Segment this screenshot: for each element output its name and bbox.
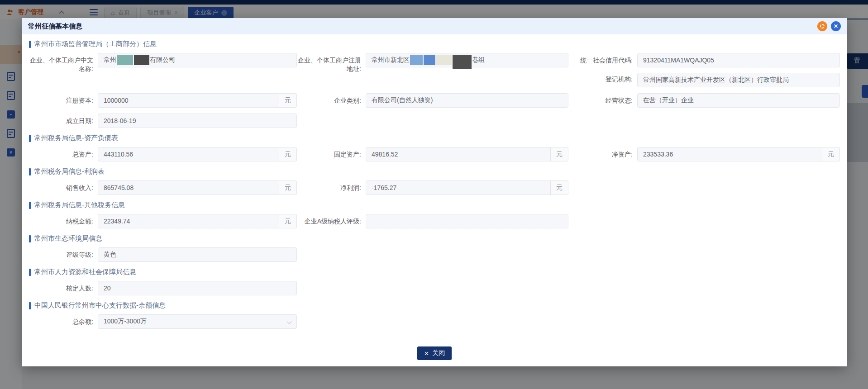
unit-suffix: 元 [279, 93, 297, 108]
form-row: 企业、个体工商户中文名称: 常州 有限公司 企业、个体工商户注册地址: 常州市新… [29, 53, 840, 87]
field-label: 核定人数: [29, 281, 98, 293]
unit-suffix: 元 [822, 147, 840, 161]
section-title: 常州市生态环境局信息 [34, 234, 102, 243]
field-label: 成立日期: [29, 114, 98, 125]
section-pboc-balance-info: 中国人民银行常州市中心支行数据-余额信息 总余额: 1000万-3000万 [29, 301, 840, 329]
section-title: 常州市市场监督管理局（工商部分）信息 [34, 40, 157, 48]
credit-info-dialog: 常州征信基本信息 ✕ 常州市市场监督管理局（工商部分）信息 企业、个体工商户中文… [22, 18, 847, 366]
tax-amount-input[interactable]: 22349.74元 [98, 214, 297, 228]
form-row: 核定人数: 20 [29, 281, 840, 295]
field-label: 评级等级: [29, 247, 98, 259]
redaction-block [424, 55, 435, 65]
field-label: 固定资产: [297, 147, 366, 159]
dialog-title: 常州征信基本信息 [28, 22, 814, 31]
section-market-supervision: 常州市市场监督管理局（工商部分）信息 企业、个体工商户中文名称: 常州 有限公司… [29, 40, 840, 128]
section-title: 常州税务局信息-其他税务信息 [34, 201, 125, 209]
field-label: 企业、个体工商户注册地址: [297, 53, 366, 73]
field-label: 企业类别: [297, 93, 366, 105]
redaction-block [410, 55, 423, 65]
chevron-down-icon [286, 319, 291, 324]
form-row: 注册资本: 1000000元 企业类别: 有限公司(自然人独资) 经营状态: 在… [29, 93, 840, 108]
registry-org-input[interactable]: 常州国家高新技术产业开发区（新北区）行政审批局 [637, 73, 840, 87]
field-label: 注册资本: [29, 93, 98, 105]
total-balance-select[interactable]: 1000万-3000万 [98, 314, 297, 329]
form-row: 总资产: 443110.56元 固定资产: 49816.52元 净资产: 233… [29, 147, 840, 161]
section-bar [29, 202, 31, 209]
field-label: 企业A级纳税人评级: [297, 214, 366, 226]
fullscreen-button[interactable] [817, 21, 827, 31]
section-bar [29, 41, 31, 48]
redaction-block [436, 55, 452, 65]
section-title: 常州税务局信息-利润表 [34, 167, 105, 176]
field-label: 净资产: [568, 147, 637, 159]
section-title: 中国人民银行常州市中心支行数据-余额信息 [34, 301, 166, 310]
field-label: 企业、个体工商户中文名称: [29, 53, 98, 73]
form-row: 总余额: 1000万-3000万 [29, 314, 840, 329]
section-bar [29, 269, 31, 276]
field-label: 统一社会信用代码: 登记机构: [568, 53, 637, 84]
fullscreen-icon [820, 24, 825, 28]
section-environment-bureau: 常州市生态环境局信息 评级等级: 黄色 [29, 234, 840, 262]
unit-suffix: 元 [550, 147, 568, 161]
redaction-block [117, 55, 133, 65]
close-button-label: 关闭 [432, 349, 445, 357]
establish-date-input[interactable]: 2018-06-19 [98, 114, 297, 128]
taxpayer-rating-input[interactable] [366, 214, 568, 228]
section-other-tax-info: 常州税务局信息-其他税务信息 纳税金额: 22349.74元 企业A级纳税人评级… [29, 201, 840, 228]
total-assets-input[interactable]: 443110.56元 [98, 147, 297, 161]
net-profit-input[interactable]: -1765.27元 [366, 180, 568, 195]
field-label: 总余额: [29, 314, 98, 326]
unit-suffix: 元 [279, 214, 297, 228]
section-bar [29, 168, 31, 176]
dialog-header: 常州征信基本信息 ✕ [22, 18, 847, 34]
form-row: 成立日期: 2018-06-19 [29, 114, 840, 128]
company-name-input[interactable]: 常州 有限公司 [98, 53, 297, 67]
section-bar [29, 302, 31, 309]
credit-code-input[interactable]: 91320411MA1WQAJQ05 [637, 53, 840, 67]
section-income-statement: 常州税务局信息-利润表 销售收入: 865745.08元 净利润: -1765.… [29, 167, 840, 195]
sales-revenue-input[interactable]: 865745.08元 [98, 180, 297, 195]
field-label: 纳税金额: [29, 214, 98, 226]
section-social-security-bureau: 常州市人力资源和社会保障局信息 核定人数: 20 [29, 268, 840, 295]
section-title: 常州市人力资源和社会保障局信息 [34, 268, 136, 276]
field-label: 净利润: [297, 180, 366, 192]
field-label: 总资产: [29, 147, 98, 159]
redaction-block [453, 55, 472, 69]
company-address-input[interactable]: 常州市新北区 巷组 [366, 53, 568, 67]
approved-headcount-input[interactable]: 20 [98, 281, 297, 295]
company-category-input[interactable]: 有限公司(自然人独资) [366, 93, 568, 108]
form-row: 销售收入: 865745.08元 净利润: -1765.27元 [29, 180, 840, 195]
dialog-footer: ✕ 关闭 [22, 346, 847, 360]
registry-org-label: 登记机构: [568, 75, 633, 84]
close-x-icon: ✕ [424, 350, 429, 357]
redaction-block [134, 55, 149, 65]
env-rating-input[interactable]: 黄色 [98, 247, 297, 262]
section-bar [29, 235, 31, 242]
section-title: 常州税务局信息-资产负债表 [34, 134, 118, 142]
operating-status-input[interactable]: 在营（开业）企业 [637, 93, 840, 108]
net-assets-input[interactable]: 233533.36元 [637, 147, 840, 161]
credit-code-label: 统一社会信用代码: [568, 56, 633, 65]
section-bar [29, 135, 31, 142]
dialog-close-button[interactable]: ✕ [831, 21, 841, 31]
registered-capital-input[interactable]: 1000000元 [98, 93, 297, 108]
field-label: 销售收入: [29, 180, 98, 192]
form-row: 评级等级: 黄色 [29, 247, 840, 262]
section-balance-sheet: 常州税务局信息-资产负债表 总资产: 443110.56元 固定资产: 4981… [29, 134, 840, 161]
unit-suffix: 元 [279, 147, 297, 161]
unit-suffix: 元 [550, 180, 568, 195]
unit-suffix: 元 [279, 180, 297, 195]
fixed-assets-input[interactable]: 49816.52元 [366, 147, 568, 161]
form-row: 纳税金额: 22349.74元 企业A级纳税人评级: [29, 214, 840, 228]
close-button[interactable]: ✕ 关闭 [417, 346, 452, 360]
dialog-body: 常州市市场监督管理局（工商部分）信息 企业、个体工商户中文名称: 常州 有限公司… [22, 34, 847, 346]
field-label: 经营状态: [568, 93, 637, 105]
